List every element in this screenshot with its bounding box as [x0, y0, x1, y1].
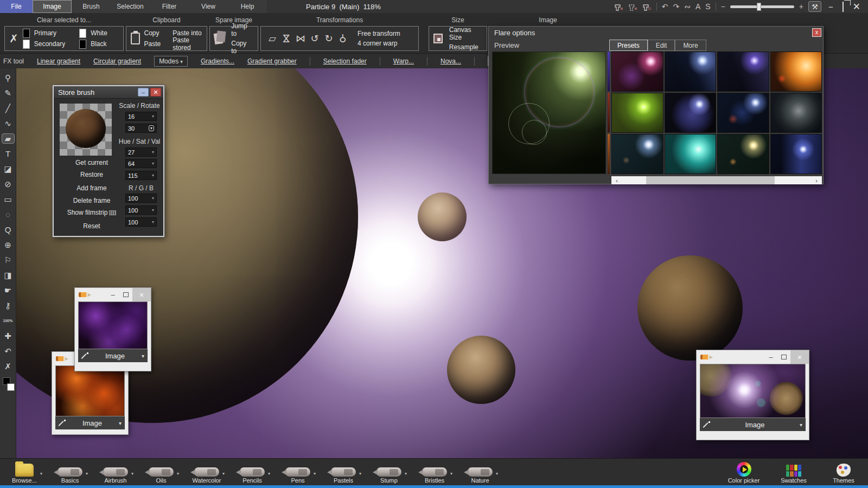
spare-action[interactable]: Copy to: [231, 40, 253, 55]
flip-horizontal-icon[interactable]: ⋈: [293, 33, 308, 44]
green-burst-flare[interactable]: [611, 93, 663, 133]
flag-tool[interactable]: ⚐: [2, 255, 15, 265]
rotate-left-icon[interactable]: ↺: [308, 33, 322, 44]
size-action[interactable]: Resample: [449, 43, 482, 51]
ellipse-tool[interactable]: ⊘: [2, 179, 15, 189]
minimize-button[interactable]: –: [764, 350, 777, 364]
restore-window-button[interactable]: [840, 2, 846, 11]
val-field[interactable]: 115▾: [125, 171, 157, 180]
window-titlebar[interactable]: – ×: [697, 350, 809, 364]
shear-icon[interactable]: ▱: [265, 33, 279, 44]
center-tool[interactable]: ✚: [2, 331, 15, 341]
flip-vertical-icon[interactable]: ⋈: [280, 31, 292, 46]
minimize-button[interactable]: –: [138, 88, 149, 97]
color-swatches[interactable]: [2, 377, 15, 391]
redo-icon[interactable]: ↷: [673, 3, 679, 10]
minimize-window-button[interactable]: −: [826, 2, 835, 11]
brush-key-icon[interactable]: [642, 3, 652, 11]
chevron-down-icon[interactable]: ▾: [119, 420, 122, 426]
hexagon-rings-flare[interactable]: [770, 93, 822, 133]
scroll-right-button[interactable]: ›: [811, 176, 822, 184]
wand-icon[interactable]: [81, 352, 88, 359]
clipboard-action[interactable]: Paste stored: [173, 36, 202, 52]
restore-button[interactable]: Restore: [63, 171, 120, 178]
flare-tab[interactable]: Presets: [609, 40, 648, 51]
menu-item[interactable]: Help: [228, 0, 267, 13]
get-current-button[interactable]: Get current: [63, 159, 120, 166]
active-tool-button[interactable]: ⚒: [808, 1, 821, 12]
fx-action[interactable]: [474, 57, 475, 66]
maximize-button[interactable]: [777, 350, 790, 364]
red-field[interactable]: 100▾: [125, 194, 157, 203]
secondary-color-swatch[interactable]: [7, 383, 15, 391]
mirror-icon[interactable]: ⚲: [336, 33, 350, 44]
yellow-star-flare[interactable]: [717, 134, 769, 174]
clear-option[interactable]: Black: [79, 40, 107, 49]
text-tool[interactable]: T: [2, 149, 15, 159]
pencils-brush-button[interactable]: Pencils ▾: [233, 462, 271, 484]
blue-streak-flare[interactable]: [770, 134, 822, 174]
reset-button[interactable]: Reset: [63, 222, 120, 230]
fx-action[interactable]: [427, 57, 427, 66]
menu-item[interactable]: Brush: [72, 0, 111, 13]
swatches-button[interactable]: Swatches: [775, 462, 813, 484]
hand-tool[interactable]: ☛: [2, 285, 15, 296]
transform-action[interactable]: Free transform: [358, 30, 400, 37]
roller-tool[interactable]: ◨: [2, 270, 15, 280]
wand-icon[interactable]: [59, 420, 66, 427]
white-star-teal-flare[interactable]: [611, 134, 663, 174]
menu-item[interactable]: Filter: [150, 0, 189, 13]
undo-tool[interactable]: ↶: [2, 346, 15, 356]
bristles-brush-button[interactable]: Bristles ▾: [416, 462, 454, 484]
fx-gradient-tool[interactable]: ▰: [2, 133, 15, 144]
clipboard-action[interactable]: Copy: [144, 29, 161, 37]
oils-brush-button[interactable]: Oils ▾: [142, 462, 180, 484]
close-button[interactable]: ×: [790, 350, 809, 364]
close-window-button[interactable]: ✕: [851, 1, 863, 12]
scale-field[interactable]: 16▾: [125, 112, 157, 121]
pink-ring-flare[interactable]: [611, 52, 663, 92]
wand-icon[interactable]: [703, 421, 710, 428]
fire-texture-thumbnail[interactable]: [55, 365, 125, 416]
minimize-button[interactable]: –: [106, 288, 119, 301]
fx-action[interactable]: Gradients...: [201, 57, 234, 65]
menu-item[interactable]: Image: [33, 0, 72, 13]
scrollbar-track[interactable]: [622, 176, 811, 184]
airbrush-brush-button[interactable]: Airbrush ▾: [97, 462, 135, 484]
dialog-titlebar[interactable]: Store brush – ✕: [54, 86, 163, 99]
menu-item[interactable]: File: [0, 0, 33, 13]
zoom-out-button[interactable]: −: [721, 3, 725, 10]
brush-age-icon[interactable]: [628, 3, 637, 11]
flare-tab[interactable]: More: [675, 40, 706, 51]
chevron-down-icon[interactable]: ▾: [142, 353, 144, 359]
close-button[interactable]: ✕: [150, 88, 161, 97]
size-action[interactable]: Canvas Size: [449, 26, 482, 41]
fx-action[interactable]: Circular gradient: [93, 57, 141, 65]
browse-button[interactable]: Browse... ▾: [5, 462, 43, 484]
fx-action[interactable]: Modes: [154, 56, 188, 67]
blue-field[interactable]: 100▾: [125, 217, 157, 227]
blue-orb-flare[interactable]: [665, 93, 717, 133]
undo-icon[interactable]: ↶: [662, 3, 668, 10]
flare-tab[interactable]: Edit: [648, 40, 675, 51]
fx-action[interactable]: Warp...: [393, 57, 414, 65]
add-frame-button[interactable]: Add frame: [63, 184, 120, 192]
fx-action[interactable]: Nova...: [441, 57, 461, 65]
show-filmstrip-button[interactable]: Show filmstrip: [63, 209, 120, 216]
clear-option[interactable]: Primary: [23, 29, 65, 38]
dialog-titlebar[interactable]: Flare options x: [489, 27, 823, 38]
blue-beam-flare[interactable]: [665, 52, 717, 92]
fx-action[interactable]: [380, 57, 380, 66]
space-scene-thumbnail[interactable]: [700, 364, 806, 418]
fx-action[interactable]: Linear gradient: [37, 57, 80, 65]
clipboard-action[interactable]: Paste into: [173, 29, 202, 37]
purple-star-flare[interactable]: [717, 52, 769, 92]
smooth-icon[interactable]: S: [705, 3, 710, 10]
spare-action[interactable]: Jump to: [231, 22, 253, 37]
picker-tool[interactable]: ⊕: [2, 240, 15, 250]
maximize-button[interactable]: [119, 288, 132, 301]
brush-store-icon[interactable]: [614, 3, 623, 11]
zoom-in-button[interactable]: +: [799, 3, 803, 10]
green-field[interactable]: 100▾: [125, 206, 157, 215]
magnifier-tool[interactable]: Q: [2, 224, 15, 235]
